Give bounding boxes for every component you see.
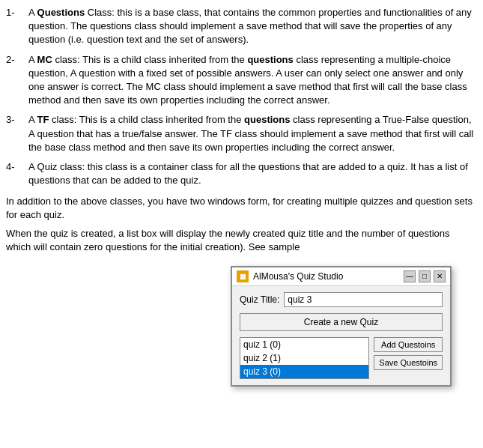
quiz-listbox[interactable]: quiz 1 (0) quiz 2 (1) quiz 3 (0) — [240, 337, 369, 379]
quiz-title-label: Quiz Title: — [240, 294, 279, 305]
list-body-4: A Quiz class: this class is a container … — [28, 160, 474, 187]
list-num-2: 2- — [6, 53, 28, 108]
window-titlebar: ▦ AlMousa's Quiz Studio — □ ✕ — [232, 267, 450, 286]
minimize-button[interactable]: — — [404, 270, 416, 282]
side-buttons: Add Questoins Save Questoins — [374, 337, 443, 379]
listbox-item-1[interactable]: quiz 1 (0) — [240, 338, 368, 351]
bottom-area: quiz 1 (0) quiz 2 (1) quiz 3 (0) Add Que… — [240, 337, 443, 379]
list-item-3: 3- A TF class: This is a child class inh… — [6, 113, 474, 154]
listbox-item-2[interactable]: quiz 2 (1) — [240, 351, 368, 365]
bold-questions-3: questions — [244, 114, 290, 125]
app-icon: ▦ — [237, 270, 249, 282]
window-title-left: ▦ AlMousa's Quiz Studio — [237, 270, 343, 282]
add-questions-button[interactable]: Add Questoins — [374, 337, 443, 352]
paragraph1: In addition to the above classes, you ha… — [6, 195, 474, 222]
create-quiz-button[interactable]: Create a new Quiz — [240, 313, 443, 331]
page-content: 1- A Questions Class: this is a base cla… — [0, 0, 483, 264]
window-body: Quiz Title: Create a new Quiz quiz 1 (0)… — [232, 286, 450, 385]
numbered-list: 1- A Questions Class: this is a base cla… — [6, 6, 474, 187]
quiz-title-input[interactable] — [284, 292, 443, 307]
bold-tf: TF — [37, 114, 49, 125]
list-num-3: 3- — [6, 113, 28, 154]
list-num-1: 1- — [6, 6, 28, 47]
close-button[interactable]: ✕ — [434, 270, 446, 282]
list-body-3: A TF class: This is a child class inheri… — [28, 113, 474, 154]
listbox-item-3[interactable]: quiz 3 (0) — [240, 365, 368, 378]
list-item-1: 1- A Questions Class: this is a base cla… — [6, 6, 474, 47]
list-body-2: A MC class: This is a child class inheri… — [28, 53, 474, 108]
window-title: AlMousa's Quiz Studio — [253, 271, 343, 282]
paragraph2: When the quiz is created, a list box wil… — [6, 227, 474, 254]
maximize-button[interactable]: □ — [419, 270, 431, 282]
bold-mc: MC — [37, 54, 52, 65]
bold-questions-2: questions — [247, 54, 293, 65]
list-item-4: 4- A Quiz class: this class is a contain… — [6, 160, 474, 187]
list-body-1: A Questions Class: this is a base class,… — [28, 6, 474, 47]
window-controls[interactable]: — □ ✕ — [404, 270, 446, 282]
quiz-title-row: Quiz Title: — [240, 292, 443, 307]
list-item-2: 2- A MC class: This is a child class inh… — [6, 53, 474, 108]
list-num-4: 4- — [6, 160, 28, 187]
quiz-studio-window: ▦ AlMousa's Quiz Studio — □ ✕ Quiz Title… — [231, 266, 452, 387]
save-questions-button[interactable]: Save Questoins — [374, 355, 443, 370]
bold-questions: Questions — [37, 7, 85, 18]
